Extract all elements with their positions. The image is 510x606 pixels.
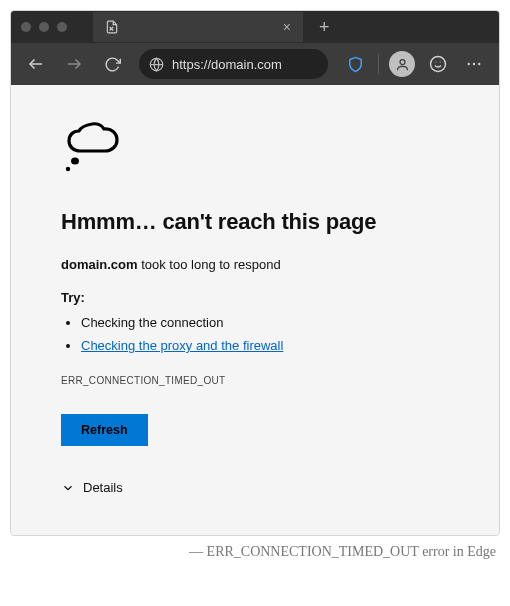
address-bar[interactable]: https://domain.com xyxy=(139,49,328,79)
more-menu-button[interactable] xyxy=(457,47,491,81)
refresh-button[interactable]: Refresh xyxy=(61,414,148,446)
svg-point-6 xyxy=(400,59,405,64)
error-description: domain.com took too long to respond xyxy=(61,257,449,272)
suggestion-check-connection: Checking the connection xyxy=(81,315,449,330)
browser-tab[interactable]: × xyxy=(93,12,303,42)
thought-cloud-icon xyxy=(61,121,449,181)
figure-caption: — ERR_CONNECTION_TIMED_OUT error in Edge xyxy=(10,544,496,560)
toolbar-divider xyxy=(378,54,379,74)
arrow-left-icon xyxy=(27,55,45,73)
window-zoom-dot[interactable] xyxy=(57,22,67,32)
tab-close-icon[interactable]: × xyxy=(283,19,291,35)
new-tab-button[interactable]: + xyxy=(319,17,330,38)
svg-point-14 xyxy=(66,167,70,171)
feedback-button[interactable] xyxy=(421,47,455,81)
browser-window: × + https://domain.com xyxy=(10,10,500,536)
svg-point-10 xyxy=(468,63,470,65)
globe-icon xyxy=(149,57,164,72)
error-desc-tail: took too long to respond xyxy=(138,257,281,272)
chevron-down-icon xyxy=(61,481,75,495)
page-error-icon xyxy=(105,20,119,34)
try-list: Checking the connection Checking the pro… xyxy=(61,315,449,353)
try-label: Try: xyxy=(61,290,449,305)
ellipsis-icon xyxy=(465,55,483,73)
svg-point-7 xyxy=(431,57,446,72)
forward-button[interactable] xyxy=(57,47,91,81)
back-button[interactable] xyxy=(19,47,53,81)
svg-point-11 xyxy=(473,63,475,65)
error-domain: domain.com xyxy=(61,257,138,272)
window-close-dot[interactable] xyxy=(21,22,31,32)
arrow-right-icon xyxy=(65,55,83,73)
error-heading: Hmmm… can't reach this page xyxy=(61,209,449,235)
svg-point-12 xyxy=(478,63,480,65)
error-page-content: Hmmm… can't reach this page domain.com t… xyxy=(11,85,499,535)
window-minimize-dot[interactable] xyxy=(39,22,49,32)
toolbar: https://domain.com xyxy=(11,43,499,85)
tracking-prevention-button[interactable] xyxy=(338,47,372,81)
refresh-icon xyxy=(104,56,121,73)
toolbar-right xyxy=(338,47,491,81)
svg-point-13 xyxy=(71,158,79,165)
profile-button[interactable] xyxy=(385,47,419,81)
details-toggle[interactable]: Details xyxy=(61,480,449,495)
proxy-firewall-link[interactable]: Checking the proxy and the firewall xyxy=(81,338,283,353)
smiley-icon xyxy=(429,55,447,73)
details-label: Details xyxy=(83,480,123,495)
titlebar: × + xyxy=(11,11,499,43)
shield-icon xyxy=(347,56,364,73)
url-text: https://domain.com xyxy=(172,57,282,72)
suggestion-proxy-firewall: Checking the proxy and the firewall xyxy=(81,338,449,353)
error-code: ERR_CONNECTION_TIMED_OUT xyxy=(61,375,449,386)
profile-avatar-icon xyxy=(389,51,415,77)
refresh-toolbar-button[interactable] xyxy=(95,47,129,81)
